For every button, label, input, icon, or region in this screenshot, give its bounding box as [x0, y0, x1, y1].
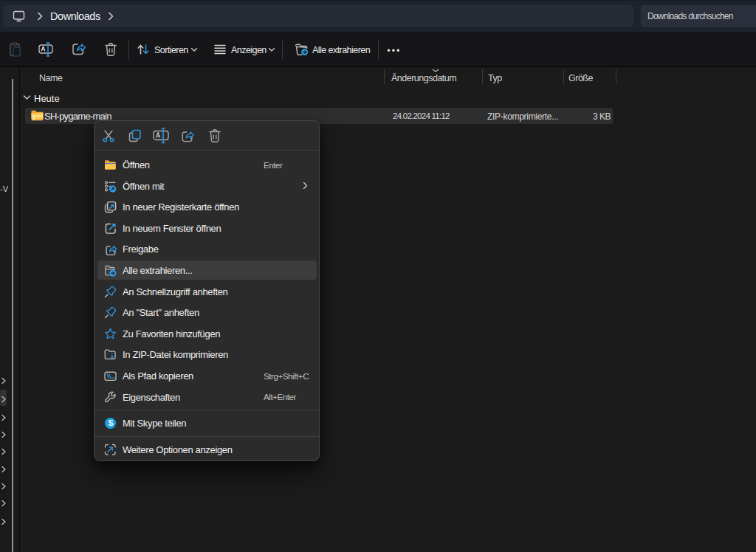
svg-text:S: S	[108, 418, 113, 427]
